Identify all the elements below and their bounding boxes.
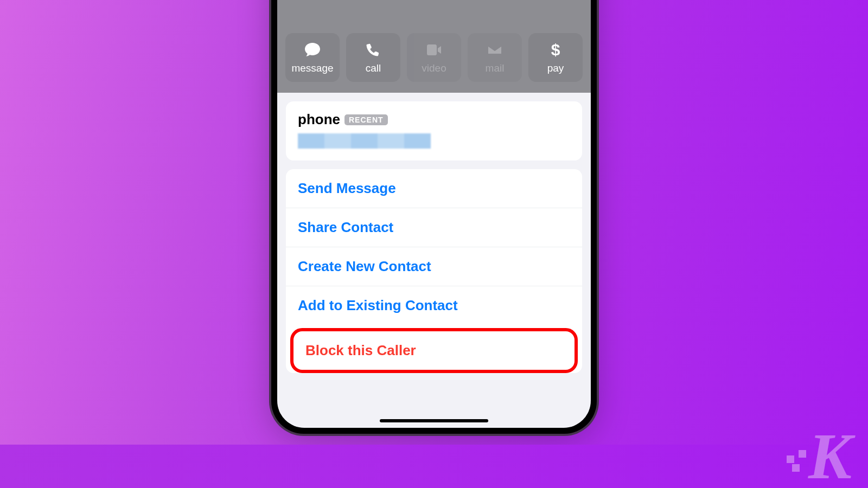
phone-number-redacted	[298, 133, 431, 149]
bottom-crop-overlay	[0, 445, 868, 488]
message-button[interactable]: message	[285, 33, 340, 82]
action-button-row: message call video	[285, 33, 583, 82]
call-button[interactable]: call	[346, 33, 400, 82]
create-new-contact-row[interactable]: Create New Contact	[286, 247, 582, 286]
content-area: phone RECENT Send Message Share Contact …	[277, 101, 591, 393]
pay-label: pay	[547, 62, 564, 74]
phone-frame: message call video	[271, 0, 597, 434]
pay-button[interactable]: $ pay	[528, 33, 583, 82]
watermark: K	[787, 431, 852, 483]
recent-badge: RECENT	[344, 114, 388, 125]
message-label: message	[291, 62, 333, 74]
home-indicator[interactable]	[380, 419, 488, 422]
contact-header: message call video	[277, 0, 591, 93]
dollar-icon: $	[546, 41, 565, 59]
phone-label-row: phone RECENT	[298, 111, 570, 128]
video-label: video	[422, 62, 446, 74]
message-icon	[303, 41, 322, 59]
phone-icon	[364, 41, 382, 59]
mail-button: mail	[468, 33, 522, 82]
phone-field-label: phone	[298, 111, 340, 128]
mail-icon	[486, 41, 504, 59]
svg-text:$: $	[551, 41, 560, 59]
watermark-letter: K	[808, 431, 852, 483]
phone-number-card[interactable]: phone RECENT	[286, 101, 582, 160]
watermark-dots-icon	[787, 450, 809, 483]
send-message-row[interactable]: Send Message	[286, 169, 582, 208]
call-label: call	[366, 62, 381, 74]
actions-list-card: Send Message Share Contact Create New Co…	[286, 169, 582, 373]
share-contact-row[interactable]: Share Contact	[286, 208, 582, 247]
add-existing-contact-row[interactable]: Add to Existing Contact	[286, 286, 582, 325]
phone-screen: message call video	[277, 0, 591, 428]
video-icon	[425, 41, 443, 59]
video-button: video	[407, 33, 461, 82]
mail-label: mail	[486, 62, 505, 74]
block-caller-row[interactable]: Block this Caller	[290, 328, 578, 373]
